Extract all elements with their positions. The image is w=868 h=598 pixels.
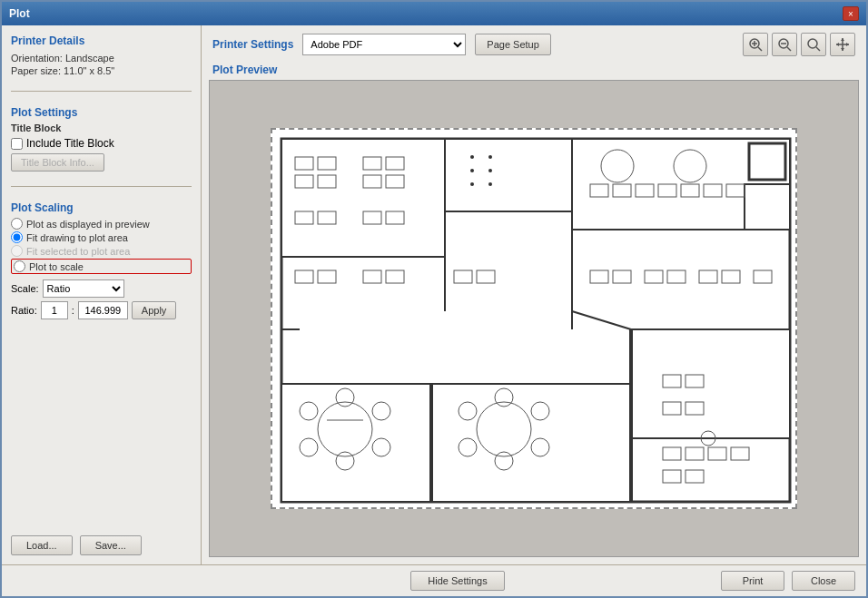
left-panel: Printer Details Orientation: Landscape P… xyxy=(2,25,202,564)
zoom-in-icon xyxy=(748,37,763,52)
printer-details-title: Printer Details xyxy=(11,34,192,47)
orientation-label: Orientation: xyxy=(11,53,63,64)
plot-settings-title: Plot Settings xyxy=(11,106,192,119)
option1-radio[interactable] xyxy=(11,218,23,230)
pan-button[interactable] xyxy=(830,33,855,56)
paper-size-row: Paper size: 11.0" x 8.5" xyxy=(11,65,192,76)
svg-point-7 xyxy=(808,39,817,48)
zoom-fit-button[interactable] xyxy=(801,33,826,56)
svg-marker-11 xyxy=(841,38,844,41)
svg-rect-19 xyxy=(745,184,790,230)
save-button[interactable]: Save... xyxy=(80,535,142,555)
svg-rect-24 xyxy=(631,329,790,438)
option2-radio[interactable] xyxy=(11,231,23,243)
svg-point-39 xyxy=(488,155,492,159)
svg-rect-95 xyxy=(749,143,785,180)
svg-marker-14 xyxy=(846,43,849,46)
option4-radio[interactable] xyxy=(14,260,25,272)
footer: Hide Settings Print Close xyxy=(2,564,866,596)
option3-row: Fit selected to plot area xyxy=(11,245,192,257)
footer-right: Print Close xyxy=(721,571,855,591)
svg-point-43 xyxy=(488,182,492,186)
paper-size-value: 11.0" x 8.5" xyxy=(64,65,114,76)
svg-rect-17 xyxy=(445,139,572,211)
plot-preview-label: Plot Preview xyxy=(202,64,866,80)
apply-button[interactable]: Apply xyxy=(132,301,177,319)
right-panel: Printer Settings Adobe PDF Page Setup xyxy=(202,25,866,564)
floor-plan xyxy=(271,128,797,509)
preview-area xyxy=(209,80,859,557)
printer-details-section: Printer Details Orientation: Landscape P… xyxy=(11,34,192,76)
svg-marker-12 xyxy=(841,48,844,51)
svg-point-40 xyxy=(470,169,474,172)
ratio-separator: : xyxy=(72,305,74,316)
bottom-buttons: Load... Save... xyxy=(11,535,192,555)
svg-point-41 xyxy=(488,169,492,172)
option4-label: Plot to scale xyxy=(29,261,84,272)
window-title: Plot xyxy=(9,7,30,20)
zoom-out-button[interactable] xyxy=(772,33,797,56)
paper-size-label: Paper size: xyxy=(11,65,61,76)
ratio-label: Ratio: xyxy=(11,305,37,316)
title-block-label: Title Block xyxy=(11,123,192,133)
svg-point-42 xyxy=(470,182,474,186)
option1-label: Plot as displayed in preview xyxy=(26,219,150,230)
orientation-value: Landscape xyxy=(65,53,114,64)
zoom-fit-icon xyxy=(806,37,821,52)
orientation-row: Orientation: Landscape xyxy=(11,53,192,64)
svg-rect-22 xyxy=(281,384,436,502)
option4-row: Plot to scale xyxy=(11,259,192,274)
scale-row: Scale: Ratio xyxy=(11,279,192,298)
svg-marker-13 xyxy=(836,43,839,46)
option2-label: Fit drawing to plot area xyxy=(26,232,128,243)
printer-settings-label: Printer Settings xyxy=(212,38,293,51)
scale-select[interactable]: Ratio xyxy=(43,279,124,298)
svg-line-1 xyxy=(758,47,762,51)
top-bar: Printer Settings Adobe PDF Page Setup xyxy=(202,25,866,64)
plot-window: Plot × Printer Details Orientation: Land… xyxy=(0,0,868,598)
option3-label: Fit selected to plot area xyxy=(26,246,130,257)
plot-settings-section: Plot Settings Title Block Include Title … xyxy=(11,106,192,172)
ratio-input-2[interactable] xyxy=(78,301,128,319)
svg-point-38 xyxy=(470,155,474,159)
option1-row: Plot as displayed in preview xyxy=(11,218,192,230)
svg-line-5 xyxy=(787,47,791,51)
title-bar: Plot × xyxy=(2,2,866,25)
divider-2 xyxy=(11,186,192,187)
scale-label: Scale: xyxy=(11,283,39,294)
close-button[interactable]: × xyxy=(843,6,859,21)
ratio-input-1[interactable] xyxy=(41,301,68,319)
hide-settings-button[interactable]: Hide Settings xyxy=(410,571,504,591)
footer-close-button[interactable]: Close xyxy=(792,571,855,591)
zoom-in-button[interactable] xyxy=(743,33,768,56)
title-block-info-button[interactable]: Title Block Info... xyxy=(11,153,104,172)
footer-center: Hide Settings xyxy=(410,571,504,591)
main-content: Printer Details Orientation: Landscape P… xyxy=(2,25,866,564)
plot-scaling-section: Plot Scaling Plot as displayed in previe… xyxy=(11,201,192,319)
toolbar-icons xyxy=(743,33,855,56)
plot-scaling-title: Plot Scaling xyxy=(11,201,192,214)
ratio-row: Ratio: : Apply xyxy=(11,301,192,319)
pan-icon xyxy=(835,37,850,52)
option2-row: Fit drawing to plot area xyxy=(11,231,192,243)
page-setup-button[interactable]: Page Setup xyxy=(475,34,551,55)
divider-1 xyxy=(11,91,192,92)
svg-line-8 xyxy=(816,47,820,51)
include-title-block-row: Include Title Block xyxy=(11,137,192,150)
include-title-block-checkbox[interactable] xyxy=(11,138,23,150)
zoom-out-icon xyxy=(777,37,792,52)
load-button[interactable]: Load... xyxy=(11,535,73,555)
include-title-block-text: Include Title Block xyxy=(26,137,114,150)
print-button[interactable]: Print xyxy=(721,571,784,591)
option3-radio[interactable] xyxy=(11,245,23,257)
floor-plan-svg xyxy=(272,130,799,511)
svg-rect-23 xyxy=(431,384,631,502)
printer-dropdown[interactable]: Adobe PDF xyxy=(302,34,466,55)
